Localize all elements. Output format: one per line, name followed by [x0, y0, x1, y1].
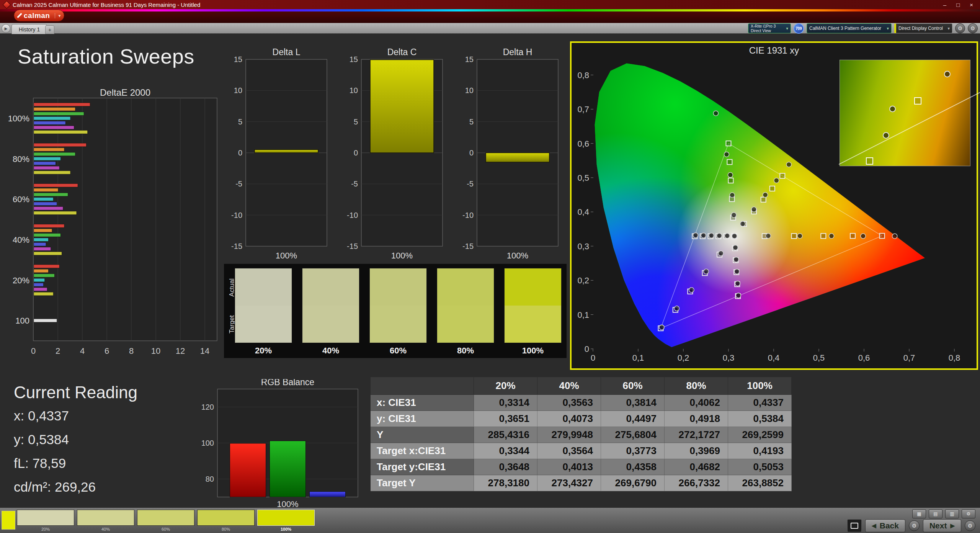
tab-history-1[interactable]: History 1: [11, 24, 47, 34]
table-cell: 275,6804: [601, 427, 665, 443]
new-tab-button[interactable]: +: [45, 25, 54, 34]
meter-dropdown[interactable]: X-Rite i1Pro 3 Direct View ▾: [748, 23, 791, 33]
swatch-column-label: 100%: [504, 346, 562, 356]
window-controls: – □ ×: [943, 2, 977, 8]
svg-text:0,7: 0,7: [903, 353, 915, 363]
maximize-icon[interactable]: □: [956, 2, 960, 8]
svg-text:-15: -15: [347, 242, 358, 250]
table-cell: 0,3564: [537, 443, 601, 459]
pattern-window-button[interactable]: [847, 519, 862, 532]
navigation-buttons: ◀ Back ⚙ Next ▶ ⚙: [847, 519, 975, 532]
svg-text:0,7: 0,7: [577, 105, 589, 114]
chevron-down-icon: ▾: [885, 26, 889, 31]
window-title: Calman 2025 Calman Ultimate for Business…: [13, 2, 200, 8]
table-row-label: Target x:CIE31: [371, 443, 474, 459]
inset-circle-marker: [889, 106, 896, 112]
svg-text:0,4: 0,4: [577, 207, 589, 217]
svg-text:12: 12: [176, 346, 185, 356]
svg-text:0: 0: [469, 149, 474, 157]
svg-text:100: 100: [15, 316, 29, 325]
cie-zoom-inset: [840, 60, 970, 166]
display-control-label: Direct Display Control: [898, 26, 943, 31]
swatch-column-label: 60%: [369, 346, 427, 356]
target-swatch: [302, 306, 359, 343]
pattern-generator-dropdown[interactable]: CalMAN Client 3 Pattern Generator ▾: [807, 23, 892, 33]
reading-y: y: 0,5384: [14, 432, 69, 447]
table-cell: 0,5053: [728, 459, 792, 475]
chevron-down-icon: ▾: [55, 13, 60, 18]
grid-button[interactable]: ▤: [929, 509, 942, 518]
svg-text:4: 4: [80, 346, 85, 356]
svg-text:0,4: 0,4: [768, 353, 780, 363]
bottom-swatch-40%[interactable]: [77, 510, 134, 526]
target-swatch: [437, 306, 494, 343]
table-cell: 269,2599: [728, 427, 792, 443]
back-button[interactable]: ◀ Back: [865, 519, 905, 532]
next-button[interactable]: Next ▶: [923, 519, 961, 532]
swatch-column-100%: [504, 268, 562, 343]
svg-text:100%: 100%: [391, 251, 413, 260]
bottom-swatch-80%[interactable]: [197, 510, 255, 526]
svg-text:0: 0: [585, 344, 589, 354]
svg-text:100%: 100%: [276, 251, 297, 260]
svg-text:RGB Balance: RGB Balance: [261, 379, 314, 387]
svg-text:5: 5: [238, 118, 242, 126]
chevron-down-icon: ▾: [946, 26, 950, 31]
svg-text:Delta C: Delta C: [387, 47, 417, 57]
logo-band: [0, 11, 980, 23]
table-cell: 279,9948: [537, 427, 601, 443]
play-icon: ▶: [5, 26, 8, 31]
svg-text:5: 5: [354, 118, 358, 126]
gear-button[interactable]: ⚙: [962, 509, 975, 518]
table-cell: 0,4073: [537, 411, 601, 427]
calman-menu-button[interactable]: calman ▾: [14, 10, 64, 21]
swatch-column-label: 20%: [235, 346, 292, 356]
minimize-icon[interactable]: –: [943, 2, 946, 8]
settings-gear-button-1[interactable]: ⚙: [955, 23, 965, 33]
next-label: Next: [929, 521, 947, 530]
settings-gear-button-2[interactable]: ⚙: [968, 23, 978, 33]
svg-text:0,8: 0,8: [577, 70, 589, 80]
swatch-column-60%: [369, 268, 427, 343]
colorspace-badge[interactable]: 709: [794, 23, 804, 34]
svg-text:0,3: 0,3: [723, 353, 735, 363]
back-settings-button[interactable]: ⚙: [909, 520, 920, 531]
target-swatch: [505, 306, 561, 343]
svg-text:DeltaE 2000: DeltaE 2000: [100, 89, 150, 98]
gear-icon: ⚙: [968, 523, 973, 529]
svg-text:14: 14: [200, 346, 209, 356]
svg-text:0,5: 0,5: [577, 173, 589, 183]
workspace-nav-button[interactable]: ▶: [2, 24, 10, 33]
svg-text:0: 0: [238, 149, 242, 157]
table-cell: 269,6790: [601, 475, 665, 491]
actual-swatch: [437, 268, 494, 306]
back-label: Back: [880, 521, 899, 530]
deltae-2000-chart: DeltaE 200002468101214100%80%60%40%20%10…: [5, 89, 227, 358]
svg-text:-10: -10: [231, 211, 242, 219]
close-icon[interactable]: ×: [970, 2, 973, 8]
svg-text:20%: 20%: [13, 276, 29, 285]
current-pattern-swatch: [2, 511, 15, 530]
svg-text:0,6: 0,6: [858, 353, 870, 363]
table-cell: 0,3344: [474, 443, 537, 459]
table-cell: 0,3651: [474, 411, 537, 427]
svg-text:-5: -5: [351, 180, 358, 188]
rows-button[interactable]: ▥: [945, 509, 959, 518]
target-swatch: [370, 306, 426, 343]
svg-text:10: 10: [465, 86, 474, 95]
actual-swatch: [370, 268, 426, 306]
monitor-button[interactable]: ▦: [912, 509, 926, 518]
table-cell: 40%: [537, 377, 601, 395]
bottom-swatch-20%[interactable]: [17, 510, 74, 526]
bottom-swatch-label: 20%: [17, 527, 74, 531]
table-cell: 0,4062: [665, 395, 728, 411]
next-settings-button[interactable]: ⚙: [965, 520, 975, 531]
display-control-dropdown[interactable]: Direct Display Control ▾: [894, 23, 952, 33]
reading-fl: fL: 78,59: [14, 456, 66, 471]
gear-icon: ⚙: [912, 523, 917, 529]
bottom-swatch-100%[interactable]: [257, 510, 315, 526]
bottom-swatch-label: 40%: [77, 527, 134, 531]
bottom-swatch-60%[interactable]: [137, 510, 194, 526]
hardware-toolbar: X-Rite i1Pro 3 Direct View ▾ 709 CalMAN …: [748, 23, 978, 33]
rgb-balance-chart: RGB Balance80100120100%: [199, 379, 364, 513]
